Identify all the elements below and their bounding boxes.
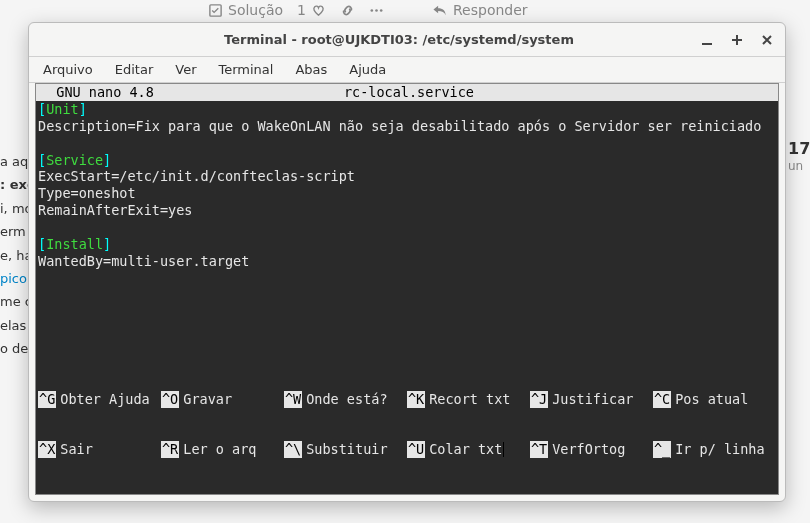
nano-filename: rc-local.service xyxy=(154,84,664,101)
menu-editar[interactable]: Editar xyxy=(105,60,164,79)
menu-ajuda[interactable]: Ajuda xyxy=(339,60,396,79)
text-cursor xyxy=(503,442,504,457)
line-wantedby: WantedBy=multi-user.target xyxy=(38,253,249,269)
menu-terminal[interactable]: Terminal xyxy=(209,60,284,79)
reply-label: Responder xyxy=(453,2,528,18)
bg-left-text: a aq : exe i, mo erm e, ha pico me c ela… xyxy=(0,150,28,361)
share-link[interactable] xyxy=(340,3,355,18)
reply-button[interactable]: Responder xyxy=(432,2,528,18)
solution-badge[interactable]: Solução xyxy=(208,2,283,18)
window-title: Terminal - root@UJKDTI03: /etc/systemd/s… xyxy=(99,32,699,47)
terminal-body[interactable]: GNU nano 4.8 rc-local.service [Unit] Des… xyxy=(35,83,779,495)
close-icon xyxy=(761,34,773,46)
nano-footer: ^GObter Ajuda ^OGravar ^WOnde está? ^KRe… xyxy=(36,357,778,494)
maximize-icon xyxy=(731,34,743,46)
terminal-window: Terminal - root@UJKDTI03: /etc/systemd/s… xyxy=(28,22,786,502)
line-remain: RemainAfterExit=yes xyxy=(38,202,192,218)
minimize-button[interactable] xyxy=(699,34,715,46)
link-icon xyxy=(340,3,355,18)
window-titlebar[interactable]: Terminal - root@UJKDTI03: /etc/systemd/s… xyxy=(29,23,785,57)
nano-footer-row-2: ^XSair ^RLer o arq ^\Substituir ^UColar … xyxy=(38,441,776,458)
likes[interactable]: 1 xyxy=(297,2,326,18)
menu-abas[interactable]: Abas xyxy=(285,60,337,79)
nano-footer-row-1: ^GObter Ajuda ^OGravar ^WOnde está? ^KRe… xyxy=(38,391,776,408)
line-type: Type=oneshot xyxy=(38,185,136,201)
solution-label: Solução xyxy=(228,2,283,18)
minimize-icon xyxy=(701,34,713,46)
svg-rect-4 xyxy=(702,43,712,45)
dots-icon xyxy=(369,3,384,18)
menubar: Arquivo Editar Ver Terminal Abas Ajuda xyxy=(29,57,785,83)
line-execstart: ExecStart=/etc/init.d/confteclas-script xyxy=(38,168,355,184)
nano-version: GNU nano 4.8 xyxy=(40,84,154,101)
maximize-button[interactable] xyxy=(729,34,745,46)
line-description: Description=Fix para que o WakeOnLAN não… xyxy=(38,118,761,134)
forum-post-actions: Solução 1 Responder xyxy=(0,0,810,20)
close-button[interactable] xyxy=(759,34,775,46)
reply-icon xyxy=(432,3,448,18)
more-actions[interactable] xyxy=(369,3,384,18)
svg-point-1 xyxy=(370,9,373,12)
svg-point-3 xyxy=(380,9,383,12)
likes-count: 1 xyxy=(297,2,306,18)
terminal-scrollbar[interactable] xyxy=(773,84,778,494)
nano-content[interactable]: [Unit] Description=Fix para que o WakeOn… xyxy=(36,101,778,357)
checkbox-icon xyxy=(208,3,223,18)
menu-arquivo[interactable]: Arquivo xyxy=(33,60,103,79)
nano-header: GNU nano 4.8 rc-local.service xyxy=(36,84,778,101)
menu-ver[interactable]: Ver xyxy=(165,60,206,79)
svg-point-2 xyxy=(375,9,378,12)
heart-icon xyxy=(311,3,326,18)
